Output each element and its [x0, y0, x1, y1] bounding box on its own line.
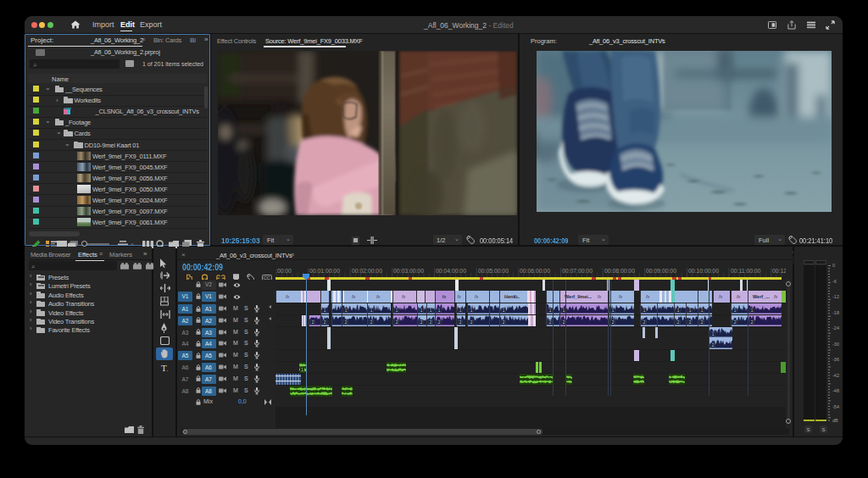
svg-text:1: 1: [503, 308, 505, 313]
svg-text:00:12:00:00: 00:12:00:00: [772, 268, 786, 274]
svg-text:2: 2: [312, 320, 314, 325]
svg-text:1: 1: [612, 308, 615, 313]
svg-text:00:09:00:00: 00:09:00:00: [646, 268, 676, 274]
svg-text:1: 1: [689, 308, 692, 313]
svg-text:1: 1: [301, 368, 303, 372]
svg-text:1: 1: [430, 308, 432, 313]
svg-text:1: 1: [734, 308, 737, 313]
svg-text:1: 1: [677, 308, 680, 313]
svg-text:1: 1: [345, 308, 348, 313]
svg-text:2: 2: [734, 320, 737, 325]
svg-text:00:03:00:00: 00:03:00:00: [393, 268, 424, 274]
svg-text:00:06:00:00: 00:06:00:00: [520, 268, 550, 274]
svg-text:2: 2: [689, 320, 692, 325]
svg-text:00:01:00:00: 00:01:00:00: [309, 268, 340, 274]
svg-text:2: 2: [712, 343, 715, 347]
svg-text::00:00: :00:00: [275, 268, 292, 274]
svg-text:00:11:00:00: 00:11:00:00: [731, 268, 761, 274]
svg-text:1: 1: [643, 308, 646, 313]
svg-text:2: 2: [503, 320, 505, 325]
svg-text:2: 2: [701, 320, 704, 325]
svg-text:2: 2: [396, 320, 398, 325]
svg-text:1: 1: [549, 308, 552, 313]
svg-text:2: 2: [677, 320, 680, 325]
svg-text:1: 1: [701, 308, 704, 313]
svg-text:1: 1: [712, 332, 715, 336]
svg-text:1: 1: [438, 308, 441, 313]
svg-text:1: 1: [370, 308, 373, 313]
svg-text:2: 2: [438, 320, 441, 325]
svg-text:1: 1: [396, 308, 398, 313]
svg-text:2: 2: [420, 320, 423, 325]
svg-text:00:08:00:00: 00:08:00:00: [604, 268, 635, 274]
svg-text:00:04:00:00: 00:04:00:00: [436, 268, 466, 274]
svg-text:1: 1: [459, 308, 462, 313]
svg-text:00:10:00:00: 00:10:00:00: [688, 268, 719, 274]
svg-text:00:02:00:00: 00:02:00:00: [352, 268, 382, 274]
svg-text:2: 2: [549, 320, 552, 325]
svg-text:2: 2: [323, 320, 326, 325]
svg-text:1: 1: [751, 308, 754, 313]
svg-text:2: 2: [643, 320, 646, 325]
svg-text:2: 2: [430, 320, 432, 325]
svg-text:00:07:00:00: 00:07:00:00: [562, 268, 593, 274]
svg-text:2: 2: [459, 320, 462, 325]
svg-text:2: 2: [345, 320, 348, 325]
svg-text:2: 2: [751, 320, 754, 325]
svg-text:1: 1: [420, 308, 423, 313]
svg-text:2: 2: [370, 320, 373, 325]
svg-text:2: 2: [612, 320, 615, 325]
svg-text:2: 2: [470, 320, 473, 325]
svg-text:1: 1: [470, 308, 473, 313]
svg-text:1: 1: [323, 308, 326, 313]
svg-text:00:05:00:00: 00:05:00:00: [478, 268, 509, 274]
